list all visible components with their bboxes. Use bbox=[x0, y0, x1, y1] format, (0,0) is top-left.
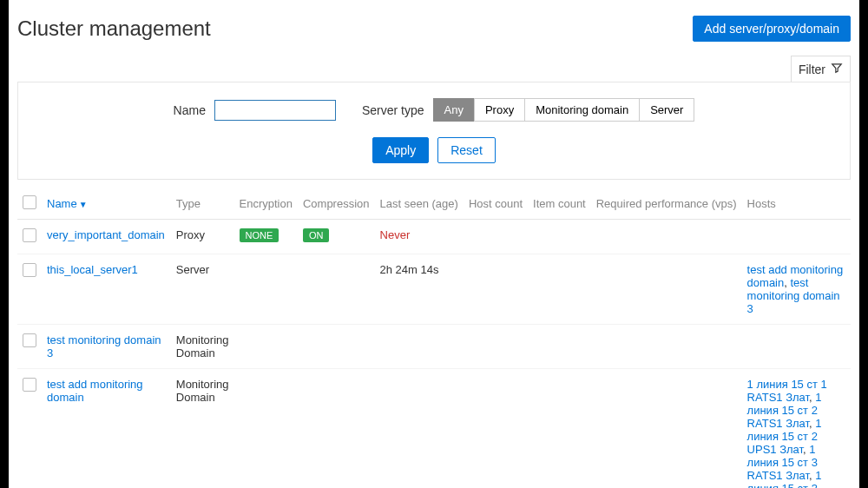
add-server-button[interactable]: Add server/proxy/domain bbox=[693, 16, 851, 42]
row-encryption bbox=[234, 325, 298, 369]
servertype-server[interactable]: Server bbox=[639, 98, 694, 122]
row-empty bbox=[591, 325, 742, 369]
filter-tab-label: Filter bbox=[799, 63, 825, 76]
row-empty bbox=[591, 369, 742, 489]
row-empty bbox=[464, 369, 528, 489]
servertype-any[interactable]: Any bbox=[433, 98, 475, 122]
row-empty bbox=[464, 325, 528, 369]
row-checkbox[interactable] bbox=[23, 228, 36, 242]
col-encryption: Encryption bbox=[234, 188, 298, 220]
row-hosts bbox=[742, 220, 851, 254]
row-empty bbox=[528, 254, 591, 325]
row-hosts bbox=[742, 325, 851, 369]
col-name[interactable]: Name▼ bbox=[42, 188, 171, 220]
table-row: test monitoring domain 3Monitoring Domai… bbox=[17, 325, 851, 369]
col-hosts: Hosts bbox=[742, 188, 851, 220]
col-itemcount: Item count bbox=[528, 188, 591, 220]
row-checkbox[interactable] bbox=[23, 378, 36, 392]
table-row: this_local_server1Server2h 24m 14stest a… bbox=[17, 254, 851, 325]
servertype-monitoring[interactable]: Monitoring domain bbox=[524, 98, 640, 122]
table-row: test add monitoring domainMonitoring Dom… bbox=[17, 369, 851, 489]
servertype-group: Any Proxy Monitoring domain Server bbox=[433, 98, 695, 122]
row-type: Monitoring Domain bbox=[171, 325, 234, 369]
servertype-proxy[interactable]: Proxy bbox=[474, 98, 525, 122]
page-title: Cluster management bbox=[17, 16, 211, 41]
col-compression: Compression bbox=[298, 188, 375, 220]
row-checkbox[interactable] bbox=[23, 263, 36, 277]
name-label: Name bbox=[174, 103, 206, 117]
row-type: Server bbox=[171, 254, 234, 325]
filter-tab[interactable]: Filter bbox=[791, 56, 851, 82]
row-empty bbox=[528, 325, 591, 369]
filter-icon bbox=[831, 62, 843, 76]
col-lastseen: Last seen (age) bbox=[375, 188, 464, 220]
row-encryption: NONE bbox=[234, 220, 298, 254]
row-lastseen bbox=[375, 369, 464, 489]
row-name-link[interactable]: test monitoring domain 3 bbox=[47, 333, 161, 359]
row-empty bbox=[464, 220, 528, 254]
row-encryption bbox=[234, 369, 298, 489]
cluster-table: Name▼ Type Encryption Compression Last s… bbox=[17, 188, 851, 488]
row-name-link[interactable]: very_important_domain bbox=[47, 228, 165, 241]
row-lastseen bbox=[375, 325, 464, 369]
compression-badge: ON bbox=[303, 228, 330, 242]
row-compression bbox=[298, 369, 375, 489]
apply-button[interactable]: Apply bbox=[372, 137, 429, 163]
filter-panel: Name Server type Any Proxy Monitoring do… bbox=[17, 82, 851, 180]
row-compression bbox=[298, 254, 375, 325]
row-empty bbox=[528, 220, 591, 254]
row-encryption bbox=[234, 254, 298, 325]
row-name-link[interactable]: this_local_server1 bbox=[47, 263, 138, 276]
encryption-badge: NONE bbox=[240, 228, 279, 242]
col-type: Type bbox=[171, 188, 234, 220]
row-type: Proxy bbox=[171, 220, 234, 254]
row-empty bbox=[528, 369, 591, 489]
servertype-label: Server type bbox=[362, 103, 424, 117]
row-lastseen: Never bbox=[375, 220, 464, 254]
row-lastseen: 2h 24m 14s bbox=[375, 254, 464, 325]
row-empty bbox=[591, 220, 742, 254]
row-hosts: test add monitoring domain, test monitor… bbox=[742, 254, 851, 325]
row-empty bbox=[464, 254, 528, 325]
row-hosts: 1 линия 15 ст 1 RATS1 Злат, 1 линия 15 с… bbox=[742, 369, 851, 489]
table-row: very_important_domainProxyNONEONNever bbox=[17, 220, 851, 254]
row-compression bbox=[298, 325, 375, 369]
select-all-checkbox[interactable] bbox=[23, 195, 36, 209]
row-empty bbox=[591, 254, 742, 325]
col-hostcount: Host count bbox=[464, 188, 528, 220]
name-input[interactable] bbox=[214, 100, 336, 121]
row-type: Monitoring Domain bbox=[171, 369, 234, 489]
row-name-link[interactable]: test add monitoring domain bbox=[47, 378, 143, 404]
reset-button[interactable]: Reset bbox=[437, 137, 496, 163]
sort-caret-icon: ▼ bbox=[79, 200, 88, 209]
row-compression: ON bbox=[298, 220, 375, 254]
row-checkbox[interactable] bbox=[23, 333, 36, 347]
col-reqperf: Required performance (vps) bbox=[591, 188, 742, 220]
